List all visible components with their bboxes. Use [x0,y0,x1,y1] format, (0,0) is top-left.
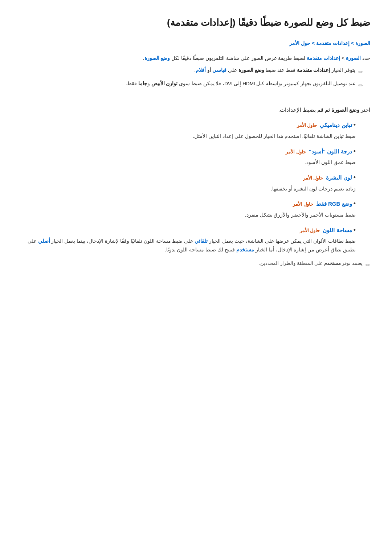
note-2-text: عند توصيل التلفزيون بجهاز كمبيوتر بواسطة… [22,80,355,88]
section-instruction: اختر وضع الصورة ثم قم بضبط الإعدادات. [22,106,370,115]
flesh-tone-desc: زيادة تعتيم درجات لون البشرة أو تخفيفها. [22,185,356,193]
dynamic-contrast-desc: ضبط تباين الشاشة تلقائيًا. استخدم هذا ال… [22,132,356,141]
bullet-rgb-only: • وضع RGB فقط حاول الأمر ضبط مستويات الأ… [22,198,370,219]
bullet-dot-3: • [354,174,356,181]
breadcrumb-sep2: > [310,40,315,46]
bullet-black-tone-content: • درجة اللون "أسود" حاول الأمر ضبط عمق ا… [22,146,356,167]
rgb-only-title[interactable]: وضع RGB فقط [315,201,352,207]
bullet-dot-5: • [354,226,356,234]
main-container: ضبط كل وضع للصورة ضبطًا دقيقًا (إعدادات … [22,15,370,270]
breadcrumb: الصورة > إعدادات متقدمة > حول الأمر [22,39,370,48]
bullet-dynamic-contrast: • تباين ديناميكي حاول الأمر ضبط تباين ال… [22,119,370,140]
bullet-color-space: • مساحة اللون حاول الأمر ضبط نطاقات الأل… [22,225,370,254]
rgb-only-desc: ضبط مستويات الأحمر والأخضر والأزرق بشكل … [22,211,356,219]
color-space-sub-note-text: يعتمد توفر مستخدم على المنطقة والطراز ال… [259,259,363,267]
bullet-rgb-only-content: • وضع RGB فقط حاول الأمر ضبط مستويات الأ… [22,198,356,219]
flesh-tone-title[interactable]: لون البشرة [324,175,352,181]
flesh-tone-link[interactable]: حاول الأمر [303,175,323,181]
bullet-dot-4: • [354,200,356,207]
color-space-desc: ضبط نطاقات الألوان التي يمكن عرضها على ا… [22,237,356,254]
bullet-dynamic-contrast-content: • تباين ديناميكي حاول الأمر ضبط تباين ال… [22,119,356,140]
intro-image-link[interactable]: الصورة [346,55,361,61]
breadcrumb-sep1: > [350,40,354,46]
black-tone-link[interactable]: حاول الأمر [286,149,306,155]
rgb-only-link[interactable]: حاول الأمر [293,201,313,207]
picture-mode-label: وضع الصورة [331,107,359,113]
bullet-flesh-tone-content: • لون البشرة حاول الأمر زيادة تعتيم درجا… [22,172,356,193]
bullet-black-tone: • درجة اللون "أسود" حاول الأمر ضبط عمق ا… [22,146,370,167]
black-tone-title[interactable]: درجة اللون "أسود" [307,148,352,155]
pencil-icon-3: ✏ [366,260,370,270]
breadcrumb-image[interactable]: الصورة [355,40,370,46]
dynamic-contrast-title[interactable]: تباين ديناميكي [318,122,352,128]
note-2: ✏ عند توصيل التلفزيون بجهاز كمبيوتر بواس… [22,80,370,90]
dynamic-contrast-link[interactable]: حاول الأمر [297,123,317,128]
bullet-flesh-tone: • لون البشرة حاول الأمر زيادة تعتيم درجا… [22,172,370,193]
bullet-color-space-content: • مساحة اللون حاول الأمر ضبط نطاقات الأل… [22,225,356,254]
intro-mode-label: وضع الصورة [144,55,170,61]
pencil-icon-2: ✏ [358,81,363,90]
bullet-dot-2: • [354,148,356,155]
breadcrumb-about: حول الأمر [289,40,310,46]
divider-1 [22,98,370,98]
bullet-dot-1: • [354,121,356,128]
intro-text: حدد الصورة > إعدادات متقدمة لضبط طريقة ع… [22,54,370,63]
page-title: ضبط كل وضع للصورة ضبطًا دقيقًا (إعدادات … [22,15,370,30]
color-space-title[interactable]: مساحة اللون [321,227,352,233]
pencil-icon-1: ✏ [358,67,363,77]
color-space-link[interactable]: حاول الأمر [300,228,320,233]
note-1: ✏ يتوفر الخيار إعدادات متقدمة فقط عند ضب… [22,66,370,77]
black-tone-desc: ضبط عمق اللون الأسود. [22,158,356,167]
color-space-sub-note: ✏ يعتمد توفر مستخدم على المنطقة والطراز … [44,259,370,270]
breadcrumb-advanced[interactable]: إعدادات متقدمة [316,40,350,46]
intro-advanced-link[interactable]: إعدادات متقدمة [307,55,340,61]
note-1-text: يتوفر الخيار إعدادات متقدمة فقط عند ضبط … [22,66,355,75]
